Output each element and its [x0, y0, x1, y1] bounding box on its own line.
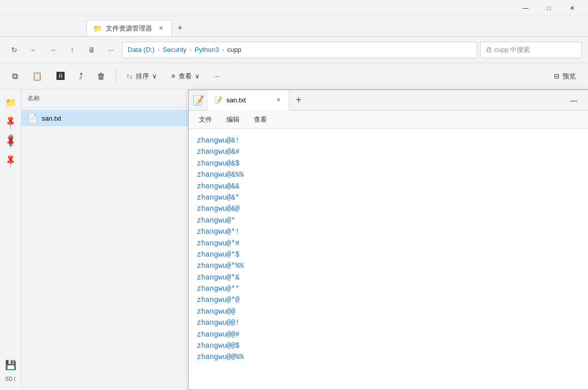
main-area: 📁 📌 📌 📌 erso 💾 SD ( 名称 ↑ 📄 san.txt 📝 [0, 90, 588, 390]
delete-icon: 🗑 [97, 72, 105, 81]
breadcrumb-sep-1: › [158, 46, 160, 53]
back-button[interactable]: ← [25, 42, 42, 58]
notepad-tabs-area: 📝 san.txt ✕ + [208, 90, 558, 110]
notepad-line: zhangwu@@%% [197, 351, 581, 363]
notepad-tab-title: san.txt [226, 96, 246, 104]
sort-chevron: ∨ [152, 72, 157, 80]
close-button[interactable]: ✕ [561, 0, 584, 16]
notepad-window: 📝 📝 san.txt ✕ + — 文件 编辑 查看 zhangwu@&!zha… [188, 90, 588, 390]
notepad-line: zhangwu@** [197, 283, 581, 294]
rename-icon: 🅰 [56, 72, 65, 81]
tab-label: 文件资源管理器 [106, 24, 152, 33]
share-button[interactable]: ⤴ [73, 67, 89, 86]
search-box[interactable]: 在 cupp 中搜索 [480, 42, 582, 58]
notepad-new-tab-button[interactable]: + [289, 90, 308, 110]
more-icon: ··· [214, 72, 220, 80]
view-button[interactable]: ≡ 查看 ∨ [165, 67, 206, 86]
notepad-line: zhangwu@*%% [197, 260, 581, 271]
sort-icon: ↑↓ [126, 72, 133, 80]
breadcrumb-sep-2: › [190, 46, 192, 53]
preview-button[interactable]: ⊟ 预览 [548, 67, 582, 86]
toolbar-separator-1 [115, 70, 116, 82]
nav-sidebar-text: erso [7, 134, 14, 146]
nav-folder-icon[interactable]: 📁 [2, 94, 20, 112]
refresh-button[interactable]: ↻ [6, 42, 22, 58]
more-options-button[interactable]: ··· [208, 67, 226, 86]
notepad-line: zhangwu@&# [197, 146, 581, 157]
breadcrumb-security[interactable]: Security [163, 46, 187, 53]
tab-active[interactable]: 📁 文件资源管理器 ✕ [86, 20, 172, 36]
notepad-menubar: 文件 编辑 查看 [189, 110, 588, 129]
nav-drive-icon[interactable]: 💾 [2, 356, 20, 374]
breadcrumb-cupp[interactable]: cupp [227, 46, 241, 53]
delete-button[interactable]: 🗑 [91, 67, 111, 86]
window-controls: — □ ✕ [514, 0, 584, 16]
notepad-line: zhangwu@*@ [197, 294, 581, 305]
notepad-line: zhangwu@&! [197, 135, 581, 146]
breadcrumb-sep-3: › [222, 46, 224, 53]
minimize-button[interactable]: — [514, 0, 537, 16]
address-bar: ↻ ← → ↑ 🖥 ··· Data (D:) › Security › Pyt… [0, 37, 588, 63]
view-icon: ≡ [171, 72, 175, 80]
notepad-line: zhangwu@@ [197, 306, 581, 317]
preview-icon: ⊟ [554, 72, 560, 80]
search-placeholder: 在 cupp 中搜索 [486, 45, 530, 54]
forward-button[interactable]: → [45, 42, 61, 58]
share-icon: ⤴ [79, 72, 83, 81]
notepad-tab-icon: 📝 [214, 96, 222, 104]
menu-edit[interactable]: 编辑 [220, 113, 246, 127]
notepad-line: zhangwu@* [197, 215, 581, 226]
toolbar: ⧉ 📋 🅰 ⤴ 🗑 ↑↓ 排序 ∨ ≡ 查看 ∨ ··· ⊟ 预览 [0, 63, 588, 90]
preview-label: 预览 [563, 72, 576, 81]
file-icon: 📄 [27, 114, 38, 123]
sort-label: 排序 [136, 72, 149, 81]
left-nav: 📁 📌 📌 📌 erso 💾 SD ( [0, 90, 21, 390]
notepad-tab-active[interactable]: 📝 san.txt ✕ [208, 90, 289, 110]
notepad-line: zhangwu@&* [197, 192, 581, 203]
tab-bar: 📁 文件资源管理器 ✕ + [0, 16, 588, 37]
notepad-titlebar: 📝 📝 san.txt ✕ + — [189, 90, 588, 110]
breadcrumb-data-d[interactable]: Data (D:) [128, 46, 155, 53]
notepad-line: zhangwu@@$ [197, 340, 581, 351]
view-label: 查看 [179, 72, 192, 81]
notepad-line: zhangwu@*& [197, 272, 581, 283]
notepad-line: zhangwu@&$ [197, 158, 581, 169]
notepad-minimize-button[interactable]: — [562, 92, 585, 108]
nav-pin-icon-3[interactable]: 📌 [0, 148, 23, 174]
paste-button[interactable]: 📋 [26, 67, 48, 86]
notepad-line: zhangwu@*# [197, 238, 581, 249]
drive-label: SD ( [6, 376, 16, 382]
rename-button[interactable]: 🅰 [50, 67, 71, 86]
breadcrumb-python3[interactable]: Python3 [195, 46, 219, 53]
notepad-line: zhangwu@@! [197, 317, 581, 328]
notepad-line: zhangwu@*$ [197, 249, 581, 260]
file-name: san.txt [42, 115, 61, 122]
notepad-line: zhangwu@&& [197, 181, 581, 192]
menu-view[interactable]: 查看 [248, 113, 273, 127]
paste-icon: 📋 [32, 71, 42, 81]
notepad-line: zhangwu@@# [197, 329, 581, 340]
name-column-header: 名称 [27, 94, 40, 103]
notepad-line: zhangwu@*! [197, 226, 581, 237]
notepad-content[interactable]: zhangwu@&!zhangwu@&#zhangwu@&$zhangwu@&%… [189, 129, 588, 389]
notepad-line: zhangwu@&%% [197, 169, 581, 180]
notepad-tab-close-button[interactable]: ✕ [274, 96, 283, 105]
menu-file[interactable]: 文件 [193, 113, 218, 127]
maximize-button[interactable]: □ [537, 0, 561, 16]
more-button[interactable]: ··· [103, 42, 119, 58]
view-chevron: ∨ [195, 72, 200, 80]
toolbar-right: ⊟ 预览 [548, 67, 582, 86]
breadcrumb[interactable]: Data (D:) › Security › Python3 › cupp [122, 42, 477, 58]
tab-icon: 📁 [93, 24, 102, 33]
copy-icon: ⧉ [12, 72, 18, 81]
title-bar: — □ ✕ [0, 0, 588, 16]
up-button[interactable]: ↑ [64, 42, 80, 58]
tab-close-button[interactable]: ✕ [156, 24, 165, 33]
computer-button[interactable]: 🖥 [83, 42, 100, 58]
copy-button[interactable]: ⧉ [6, 67, 24, 86]
sort-button[interactable]: ↑↓ 排序 ∨ [120, 67, 163, 86]
new-tab-button[interactable]: + [172, 20, 188, 36]
notepad-line: zhangwu@&@ [197, 203, 581, 214]
notepad-app-icon: 📝 [193, 95, 204, 106]
